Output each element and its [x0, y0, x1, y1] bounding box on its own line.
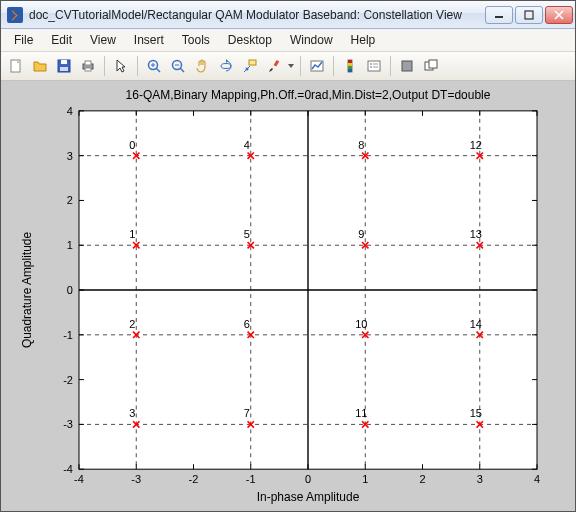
- zoom-out-icon: [170, 58, 186, 74]
- toolbar-separator: [333, 56, 334, 76]
- svg-rect-8: [61, 60, 67, 64]
- svg-marker-13: [117, 60, 125, 72]
- point-label: 5: [244, 228, 250, 240]
- data-cursor-button[interactable]: [239, 55, 261, 77]
- app-icon: [7, 7, 23, 23]
- close-button[interactable]: [545, 6, 573, 24]
- constellation-chart: -4-3-2-101234-4-3-2-10123416-QAM,Binary …: [1, 81, 575, 511]
- ytick-label: -4: [63, 463, 73, 475]
- open-folder-icon: [32, 58, 48, 74]
- link-plot-button[interactable]: [306, 55, 328, 77]
- ytick-label: 2: [67, 194, 73, 206]
- maximize-button[interactable]: [515, 6, 543, 24]
- svg-rect-32: [348, 66, 352, 69]
- svg-rect-9: [60, 67, 68, 71]
- insert-colorbar-button[interactable]: [339, 55, 361, 77]
- rotate-3d-button[interactable]: [215, 55, 237, 77]
- new-figure-button[interactable]: [5, 55, 27, 77]
- toolbar-separator: [390, 56, 391, 76]
- minimize-button[interactable]: [485, 6, 513, 24]
- close-icon: [554, 10, 564, 20]
- menu-file[interactable]: File: [5, 29, 42, 51]
- save-icon: [56, 58, 72, 74]
- menu-edit[interactable]: Edit: [42, 29, 81, 51]
- xtick-label: 2: [419, 473, 425, 485]
- xtick-label: 1: [362, 473, 368, 485]
- point-label: 12: [470, 139, 482, 151]
- link-icon: [309, 58, 325, 74]
- print-button[interactable]: [77, 55, 99, 77]
- ytick-label: 3: [67, 150, 73, 162]
- point-label: 15: [470, 407, 482, 419]
- brush-icon: [266, 58, 282, 74]
- zoom-in-icon: [146, 58, 162, 74]
- zoom-in-button[interactable]: [143, 55, 165, 77]
- point-label: 8: [358, 139, 364, 151]
- svg-rect-23: [249, 60, 256, 65]
- new-file-icon: [8, 58, 24, 74]
- svg-rect-33: [348, 69, 352, 72]
- xtick-label: -2: [189, 473, 199, 485]
- xtick-label: -3: [131, 473, 141, 485]
- hand-icon: [194, 58, 210, 74]
- ytick-label: 0: [67, 284, 73, 296]
- data-cursor-icon: [242, 58, 258, 74]
- toolbar-separator: [104, 56, 105, 76]
- svg-rect-11: [85, 61, 91, 65]
- point-label: 9: [358, 228, 364, 240]
- xtick-label: 3: [477, 473, 483, 485]
- point-label: 6: [244, 318, 250, 330]
- ytick-label: 1: [67, 239, 73, 251]
- point-label: 2: [129, 318, 135, 330]
- chart-wrapper: -4-3-2-101234-4-3-2-10123416-QAM,Binary …: [1, 81, 575, 511]
- point-label: 4: [244, 139, 250, 151]
- menu-desktop[interactable]: Desktop: [219, 29, 281, 51]
- figure-area[interactable]: -4-3-2-101234-4-3-2-10123416-QAM,Binary …: [1, 81, 575, 511]
- svg-rect-1: [525, 11, 533, 19]
- brush-button[interactable]: [263, 55, 285, 77]
- point-label: 14: [470, 318, 482, 330]
- window: doc_CVTutorialModel/Rectangular QAM Modu…: [0, 0, 576, 512]
- toolbar-separator: [300, 56, 301, 76]
- save-button[interactable]: [53, 55, 75, 77]
- dropdown-icon[interactable]: [287, 58, 295, 74]
- titlebar: doc_CVTutorialModel/Rectangular QAM Modu…: [1, 1, 575, 29]
- hide-plot-tools-button[interactable]: [396, 55, 418, 77]
- menu-window[interactable]: Window: [281, 29, 342, 51]
- xtick-label: -4: [74, 473, 84, 485]
- point-label: 1: [129, 228, 135, 240]
- svg-line-25: [244, 66, 250, 72]
- menu-insert[interactable]: Insert: [125, 29, 173, 51]
- print-icon: [80, 58, 96, 74]
- point-label: 13: [470, 228, 482, 240]
- pan-button[interactable]: [191, 55, 213, 77]
- zoom-out-button[interactable]: [167, 55, 189, 77]
- rotate-icon: [218, 58, 234, 74]
- colorbar-icon: [342, 58, 358, 74]
- svg-point-21: [221, 64, 231, 69]
- ytick-label: -3: [63, 418, 73, 430]
- menu-view[interactable]: View: [81, 29, 125, 51]
- insert-legend-button[interactable]: [363, 55, 385, 77]
- point-label: 0: [129, 139, 135, 151]
- ytick-label: 4: [67, 105, 73, 117]
- window-buttons: [485, 6, 573, 24]
- show-plot-tools-button[interactable]: [420, 55, 442, 77]
- menu-help[interactable]: Help: [342, 29, 385, 51]
- edit-plot-button[interactable]: [110, 55, 132, 77]
- window-title: doc_CVTutorialModel/Rectangular QAM Modu…: [29, 8, 485, 22]
- menu-tools[interactable]: Tools: [173, 29, 219, 51]
- menubar: File Edit View Insert Tools Desktop Wind…: [1, 29, 575, 52]
- svg-marker-27: [288, 64, 294, 68]
- maximize-icon: [524, 10, 534, 20]
- pointer-icon: [113, 58, 129, 74]
- dock-multi-icon: [423, 58, 439, 74]
- open-button[interactable]: [29, 55, 51, 77]
- point-label: 7: [244, 407, 250, 419]
- svg-rect-12: [85, 68, 91, 71]
- svg-rect-39: [402, 61, 412, 71]
- xtick-label: -1: [246, 473, 256, 485]
- svg-rect-30: [348, 60, 352, 63]
- toolbar-separator: [137, 56, 138, 76]
- svg-rect-34: [368, 61, 380, 71]
